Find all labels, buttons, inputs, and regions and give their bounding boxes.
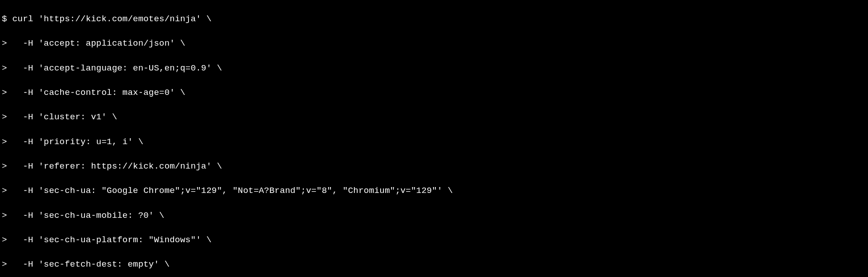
terminal[interactable]: $ curl 'https://kick.com/emotes/ninja' \… [0, 0, 868, 277]
terminal-line: > -H 'priority: u=1, i' \ [2, 137, 143, 147]
terminal-line: > -H 'accept: application/json' \ [2, 38, 185, 48]
terminal-line: > -H 'sec-ch-ua-mobile: ?0' \ [2, 211, 165, 221]
terminal-line: > -H 'sec-fetch-dest: empty' \ [2, 259, 170, 269]
terminal-line: > -H 'sec-ch-ua-platform: "Windows"' \ [2, 235, 212, 245]
terminal-line: > -H 'cache-control: max-age=0' \ [2, 88, 185, 98]
terminal-line: > -H 'sec-ch-ua: "Google Chrome";v="129"… [2, 186, 453, 196]
terminal-line: > -H 'accept-language: en-US,en;q=0.9' \ [2, 63, 222, 73]
terminal-line: > -H 'cluster: v1' \ [2, 112, 117, 122]
terminal-line: $ curl 'https://kick.com/emotes/ninja' \ [2, 14, 212, 24]
terminal-line: > -H 'referer: https://kick.com/ninja' \ [2, 161, 222, 171]
